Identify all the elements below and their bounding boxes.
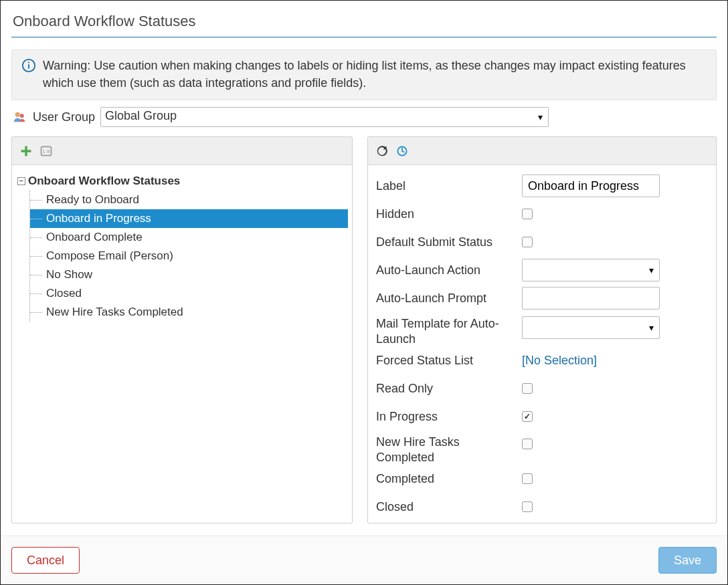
revert-icon[interactable] [375,144,389,158]
forced-status-list-label: Forced Status List [376,353,514,368]
user-group-label: User Group [33,110,95,124]
hidden-label: Hidden [376,207,514,222]
auto-launch-prompt-label: Auto-Launch Prompt [376,291,514,306]
completed-checkbox[interactable] [522,473,533,484]
tree-item[interactable]: Onboard in Progress [30,209,348,228]
tree-toolbar: 1-9 [12,137,352,165]
tree-item[interactable]: Onboard Complete [30,228,348,247]
new-hire-tasks-completed-label: New Hire Tasks Completed [376,435,514,465]
closed-checkbox[interactable] [522,501,533,512]
warning-text: Warning: Use caution when making changes… [43,57,707,92]
reorder-icon[interactable]: 1-9 [39,144,54,158]
read-only-checkbox[interactable] [522,383,533,394]
auto-launch-action-select[interactable]: ▾ [522,259,660,281]
details-form[interactable]: Label Hidden Default Submit Status Auto-… [368,165,716,523]
label-label: Label [376,179,514,194]
read-only-label: Read Only [376,381,514,396]
page-title: Onboard Workflow Statuses [11,9,717,37]
closed-label: Closed [376,499,514,515]
dialog-footer: Cancel Save [1,536,727,584]
tree-item[interactable]: No Show [30,265,348,284]
chevron-down-icon: ▾ [538,112,543,122]
svg-text:1-9: 1-9 [43,148,50,154]
default-submit-status-checkbox[interactable] [522,237,533,247]
mail-template-select[interactable]: ▾ [522,316,660,339]
user-group-value: Global Group [105,109,177,122]
tree-item[interactable]: Closed [30,284,348,303]
user-group-select[interactable]: Global Group ▾ [100,107,549,127]
tree-root-label: Onboard Workflow Statuses [28,174,180,188]
tree-item[interactable]: New Hire Tasks Completed [30,303,348,322]
in-progress-label: In Progress [376,409,514,425]
chevron-down-icon: ▾ [649,265,654,275]
forced-status-list-link[interactable]: [No Selection] [522,354,597,368]
chevron-down-icon: ▾ [649,322,654,333]
mail-template-label: Mail Template for Auto-Launch [376,316,514,346]
default-submit-status-label: Default Submit Status [376,235,514,250]
people-icon [13,110,27,124]
collapse-icon[interactable]: − [17,177,25,185]
tree-panel: 1-9 − Onboard Workflow Statuses Ready to… [11,136,353,523]
svg-rect-1 [28,64,29,68]
refresh-icon[interactable] [395,144,410,158]
label-input[interactable] [522,174,660,197]
details-toolbar [368,137,716,165]
hidden-checkbox[interactable] [522,209,533,219]
user-group-row: User Group Global Group ▾ [11,107,717,127]
svg-point-3 [15,112,20,117]
save-button[interactable]: Save [658,547,717,574]
tree-children: Ready to Onboard Onboard in Progress Onb… [29,191,348,322]
tree-root[interactable]: − Onboard Workflow Statuses [16,172,348,191]
svg-point-4 [20,114,24,118]
new-hire-tasks-completed-checkbox[interactable] [522,439,533,449]
svg-rect-2 [28,62,29,64]
auto-launch-action-label: Auto-Launch Action [376,263,514,278]
tree-item[interactable]: Compose Email (Person) [30,247,348,265]
dialog-onboard-workflow-statuses: Onboard Workflow Statuses Warning: Use c… [0,0,728,585]
cancel-button[interactable]: Cancel [11,547,80,574]
tree-item[interactable]: Ready to Onboard [30,191,348,209]
completed-label: Completed [376,471,514,487]
details-panel: Label Hidden Default Submit Status Auto-… [367,136,717,523]
in-progress-checkbox[interactable] [522,411,533,422]
svg-rect-6 [21,150,31,152]
add-icon[interactable] [19,144,33,158]
info-icon [21,58,36,73]
auto-launch-prompt-input[interactable] [522,287,660,310]
warning-banner: Warning: Use caution when making changes… [11,49,717,100]
status-tree: − Onboard Workflow Statuses Ready to Onb… [12,165,352,523]
